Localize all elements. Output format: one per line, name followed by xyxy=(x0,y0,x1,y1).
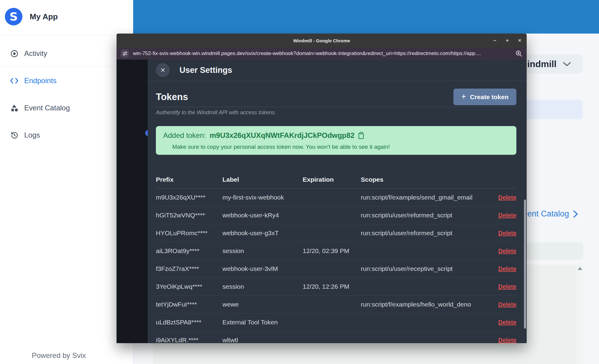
chevron-down-icon xyxy=(563,61,571,67)
token-prefix: tetYjDwFuI**** xyxy=(156,301,222,308)
tokens-table: Prefix Label Expiration Scopes m9U3x26qX… xyxy=(156,174,516,343)
token-scopes: run:script/f/examples/hello_world_deno xyxy=(361,301,489,308)
col-expiration: Expiration xyxy=(303,176,361,183)
site-settings-icon[interactable] xyxy=(121,50,129,58)
window-titlebar[interactable]: Windmill - Google Chrome – + × xyxy=(117,34,527,47)
token-label: my-first-svix-webhook xyxy=(222,194,303,201)
token-label: session xyxy=(222,283,303,290)
divider xyxy=(0,67,133,67)
delete-token-link[interactable]: Delete xyxy=(498,194,516,201)
delete-token-link[interactable]: Delete xyxy=(498,230,516,237)
disc-icon xyxy=(10,49,18,58)
url-bar: win-752-fix-svix-webhook-win.windmill.pa… xyxy=(117,47,527,60)
drawer-header: ✕ User Settings xyxy=(148,60,527,81)
close-window-button[interactable]: × xyxy=(517,37,522,44)
close-icon: ✕ xyxy=(160,67,166,74)
token-label: webhook-user-3vlM xyxy=(222,265,303,272)
create-token-label: Create token xyxy=(470,93,508,101)
drawer-scrollbar-thumb[interactable] xyxy=(524,200,526,329)
token-row: f3FzoZ7raX****webhook-user-3vlMrun:scrip… xyxy=(156,260,516,278)
drawer-body: Tokens + Create token Authentify to the … xyxy=(148,89,527,343)
token-prefix: i9AiXYLdR.**** xyxy=(156,336,222,343)
sidebar-item-label: Logs xyxy=(24,131,40,139)
token-row: m9U3x26qXU****my-first-svix-webhookrun:s… xyxy=(156,189,516,206)
tokens-subtitle: Authentify to the Windmill API with acce… xyxy=(156,109,516,116)
sidebar-item-label: Activity xyxy=(24,49,47,58)
event-catalog-link[interactable]: ent Catalog xyxy=(527,209,579,219)
token-prefix: uLdBztSPA8**** xyxy=(156,319,222,326)
maximize-button[interactable]: + xyxy=(505,37,510,44)
minimize-button[interactable]: – xyxy=(492,37,498,44)
chevron-right-icon xyxy=(573,210,579,218)
copy-clipboard-icon[interactable] xyxy=(358,132,364,139)
token-prefix: f3FzoZ7raX**** xyxy=(156,265,222,272)
token-success-banner: Added token: m9U3x26qXUXqNWtFAKrdjJCkPOd… xyxy=(156,126,516,155)
delete-token-link[interactable]: Delete xyxy=(498,319,516,326)
token-scopes: run:script/u/user/receptive_script xyxy=(361,265,489,272)
banner-note: Make sure to copy your personal access t… xyxy=(172,144,509,150)
token-row: uLdBztSPA8****External Tool TokenDelete xyxy=(156,314,516,331)
col-prefix: Prefix xyxy=(156,176,222,183)
token-expiration: 12/20, 02:39 PM xyxy=(303,247,361,255)
token-prefix: 3YeOiKpLwq**** xyxy=(156,283,222,290)
token-row: 3YeOiKpLwq****session12/20, 12:26 PMDele… xyxy=(156,278,516,296)
token-scopes: run:script/f/examples/send_gmail_email xyxy=(361,194,489,201)
token-row: hGiT52wVNQ****webhook-user-kRy4run:scrip… xyxy=(156,206,516,224)
token-label: wltwtl xyxy=(222,336,303,343)
create-token-button[interactable]: + Create token xyxy=(453,89,516,105)
delete-token-link[interactable]: Delete xyxy=(498,265,516,272)
token-label: webhook-user-kRy4 xyxy=(222,212,303,219)
window-title: Windmill - Google Chrome xyxy=(293,38,350,43)
close-drawer-button[interactable]: ✕ xyxy=(156,63,170,77)
sidebar-item-endpoints[interactable]: Endpoints xyxy=(10,75,57,87)
powered-by-svix: Powered by Svix xyxy=(32,351,86,360)
delete-token-link[interactable]: Delete xyxy=(498,301,516,308)
delete-token-link[interactable]: Delete xyxy=(498,212,516,219)
history-icon xyxy=(10,131,18,139)
scroll-up-icon xyxy=(578,267,582,270)
token-value: m9U3x26qXUXqNWtFAKrdjJCkPOdwgp82 xyxy=(209,131,354,140)
delete-token-link[interactable]: Delete xyxy=(498,248,516,255)
token-scopes: run:script/u/user/reformed_script xyxy=(361,229,489,237)
token-row: HYOLuPRomc****webhook-user-g3xTrun:scrip… xyxy=(156,224,516,242)
token-prefix: HYOLuPRomc**** xyxy=(156,229,222,237)
divider xyxy=(156,107,516,107)
sidebar-item-label: Event Catalog xyxy=(24,104,70,112)
shapes-icon xyxy=(10,104,18,112)
sidebar-item-logs[interactable]: Logs xyxy=(10,129,40,141)
token-expiration: 12/20, 12:26 PM xyxy=(303,283,361,290)
banner-lead: Added token: xyxy=(163,131,206,140)
token-prefix: hGiT52wVNQ**** xyxy=(156,212,222,219)
chrome-window: Windmill - Google Chrome – + × win-752-f… xyxy=(117,34,527,343)
token-row: aiL3ROat9y****session12/20, 02:39 PMDele… xyxy=(156,242,516,260)
token-prefix: m9U3x26qXU**** xyxy=(156,194,222,201)
delete-token-link[interactable]: Delete xyxy=(498,283,516,290)
svix-logo-icon: S xyxy=(5,8,22,25)
token-row: i9AiXYLdR.****wltwtlDelete xyxy=(156,331,516,343)
sidebar-item-label: Endpoints xyxy=(24,76,57,85)
drawer-title: User Settings xyxy=(179,66,232,75)
col-scopes: Scopes xyxy=(361,176,489,183)
plus-icon: + xyxy=(461,92,466,101)
sidebar: S My App Activity Endpoints Event Catalo… xyxy=(0,0,133,364)
app-brand: My App xyxy=(30,12,58,21)
token-prefix: aiL3ROat9y**** xyxy=(156,247,222,255)
token-label: External Tool Token xyxy=(222,319,303,326)
address-input[interactable]: win-752-fix-svix-webhook-win.windmill.pa… xyxy=(133,50,511,57)
zoom-search-icon[interactable] xyxy=(515,50,522,57)
tokens-table-body: m9U3x26qXU****my-first-svix-webhookrun:s… xyxy=(156,189,516,343)
code-brackets-icon xyxy=(10,76,18,85)
workspace-name: indmill xyxy=(527,59,557,69)
sidebar-item-event-catalog[interactable]: Event Catalog xyxy=(10,102,70,114)
tokens-table-header: Prefix Label Expiration Scopes xyxy=(156,174,516,189)
tokens-heading: Tokens xyxy=(156,92,188,102)
token-label: webhook-user-g3xT xyxy=(222,229,303,237)
delete-token-link[interactable]: Delete xyxy=(498,337,516,343)
sidebar-item-activity[interactable]: Activity xyxy=(10,47,47,60)
token-label: session xyxy=(222,247,303,255)
topbar: ? xyxy=(133,0,599,34)
divider xyxy=(0,35,133,35)
token-label: wewe xyxy=(222,301,303,308)
event-catalog-link-label: ent Catalog xyxy=(527,209,569,219)
page-scrollbar[interactable] xyxy=(577,265,583,364)
